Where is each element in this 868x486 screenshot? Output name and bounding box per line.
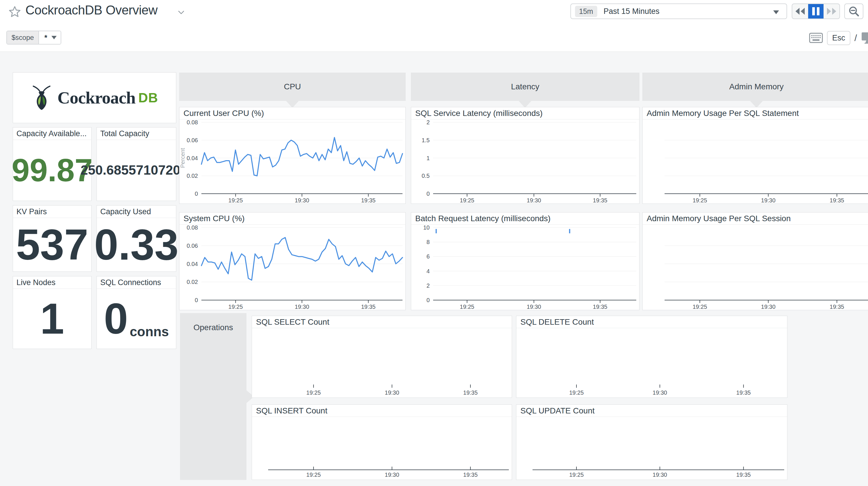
title-chevron-down-icon[interactable] xyxy=(178,9,185,16)
chart-sql-insert-count[interactable]: SQL INSERT Count 19:2519:3019:35 xyxy=(252,404,512,480)
group-header-admin-memory[interactable]: Admin Memory xyxy=(642,73,868,101)
svg-text:2: 2 xyxy=(427,119,430,125)
chart-current-user-cpu[interactable]: Current User CPU (%) 0.080.060.040.02019… xyxy=(179,107,406,204)
svg-text:19:35: 19:35 xyxy=(463,471,477,478)
slash-separator: / xyxy=(855,33,857,44)
svg-text:0: 0 xyxy=(427,191,430,197)
chart-plot: 19:2519:3019:35 xyxy=(516,417,787,480)
template-variable-value: * xyxy=(39,31,60,44)
chart-title: Admin Memory Usage Per SQL Session xyxy=(643,212,868,225)
svg-text:0: 0 xyxy=(195,191,198,197)
svg-text:19:30: 19:30 xyxy=(527,197,541,203)
svg-text:19:35: 19:35 xyxy=(361,197,376,203)
chart-sql-select-count[interactable]: SQL SELECT Count 19:2519:3019:35 xyxy=(252,316,512,398)
svg-text:10: 10 xyxy=(423,225,430,231)
zoom-out-button[interactable] xyxy=(844,3,863,19)
svg-text:19:30: 19:30 xyxy=(385,390,399,396)
chart-plot: 19:2519:3019:35 xyxy=(516,328,787,398)
svg-text:0.08: 0.08 xyxy=(187,119,198,125)
svg-text:0.04: 0.04 xyxy=(187,261,198,267)
svg-text:19:25: 19:25 xyxy=(460,304,474,310)
svg-text:Percent: Percent xyxy=(180,148,186,168)
chart-batch-request-latency[interactable]: Batch Request Latency (milliseconds) 108… xyxy=(411,212,640,310)
svg-text:19:25: 19:25 xyxy=(306,390,321,396)
group-header-cpu[interactable]: CPU xyxy=(179,73,406,101)
chart-plot: 21.510.5019:2519:3019:35 xyxy=(411,119,639,203)
wordmark-db: DB xyxy=(138,90,158,106)
chart-system-cpu[interactable]: System CPU (%) 0.080.060.040.02019:2519:… xyxy=(179,212,406,310)
svg-text:0.04: 0.04 xyxy=(187,155,198,161)
stat-capacity-available[interactable]: Capacity Available... 99.87 xyxy=(13,127,92,201)
pause-button[interactable] xyxy=(808,4,824,19)
chart-admin-memory-per-sql-statement[interactable]: Admin Memory Usage Per SQL Statement 19:… xyxy=(642,107,868,204)
svg-text:19:35: 19:35 xyxy=(593,197,608,203)
favorite-star-icon[interactable] xyxy=(8,5,21,19)
group-header-latency[interactable]: Latency xyxy=(411,73,640,101)
svg-text:19:35: 19:35 xyxy=(361,304,376,310)
template-variable-scope[interactable]: $scope * xyxy=(6,31,61,45)
chart-title: SQL DELETE Count xyxy=(516,316,787,328)
svg-text:19:30: 19:30 xyxy=(295,304,309,310)
svg-text:19:35: 19:35 xyxy=(736,390,751,396)
chart-sql-update-count[interactable]: SQL UPDATE Count 19:2519:3019:35 xyxy=(516,404,787,480)
stat-title: Total Capacity xyxy=(97,127,176,140)
svg-text:4: 4 xyxy=(427,268,430,275)
chart-title: SQL INSERT Count xyxy=(252,405,512,417)
time-backward-button[interactable] xyxy=(792,4,808,19)
stat-title: SQL Connections xyxy=(97,277,176,289)
group-label: Operations xyxy=(180,323,246,332)
svg-text:19:25: 19:25 xyxy=(692,197,707,203)
stat-total-capacity[interactable]: Total Capacity 250.6855710720GB xyxy=(96,127,176,201)
chart-sql-delete-count[interactable]: SQL DELETE Count 19:2519:3019:35 xyxy=(516,316,787,398)
fullscreen-monitor-icon[interactable] xyxy=(861,32,868,44)
svg-text:0.5: 0.5 xyxy=(422,173,430,179)
keyboard-icon xyxy=(809,33,823,43)
stat-sql-connections[interactable]: SQL Connections 0conns xyxy=(96,276,176,349)
chart-title: Batch Request Latency (milliseconds) xyxy=(411,212,639,225)
chart-plot: 19:2519:3019:35 xyxy=(643,225,868,310)
svg-text:1.5: 1.5 xyxy=(422,137,430,143)
chart-plot: 19:2519:3019:35 xyxy=(643,119,868,203)
svg-text:8: 8 xyxy=(427,239,430,245)
shortcut-hints: Esc / xyxy=(809,30,868,46)
svg-text:19:25: 19:25 xyxy=(692,304,707,310)
svg-text:19:25: 19:25 xyxy=(228,197,243,203)
pause-icon xyxy=(812,7,819,15)
svg-text:0: 0 xyxy=(195,297,198,303)
svg-text:0: 0 xyxy=(427,297,430,303)
cockroach-bug-icon xyxy=(31,85,52,110)
svg-text:19:35: 19:35 xyxy=(830,197,844,203)
svg-text:2: 2 xyxy=(427,283,430,289)
magnifier-minus-icon xyxy=(848,5,860,17)
wordmark-cockroach: Cockroach xyxy=(58,88,135,108)
time-forward-button[interactable] xyxy=(824,4,839,19)
template-variable-name: $scope xyxy=(7,31,39,44)
chart-plot: 19:2519:3019:35 xyxy=(252,417,512,480)
svg-text:0.06: 0.06 xyxy=(187,242,198,249)
group-label: CPU xyxy=(284,82,301,91)
stat-kv-pairs[interactable]: KV Pairs 537 xyxy=(13,205,92,272)
stat-value: 0.33 xyxy=(94,225,179,264)
time-range-picker[interactable]: 15m Past 15 Minutes xyxy=(570,3,787,19)
stat-live-nodes[interactable]: Live Nodes 1 xyxy=(13,276,92,349)
stat-unit: conns xyxy=(130,326,169,338)
group-header-operations[interactable]: Operations xyxy=(180,313,246,480)
svg-text:19:35: 19:35 xyxy=(830,304,844,310)
svg-text:19:30: 19:30 xyxy=(653,390,667,396)
chart-admin-memory-per-sql-session[interactable]: Admin Memory Usage Per SQL Session 19:25… xyxy=(642,212,868,310)
stat-capacity-used[interactable]: Capacity Used 0.33 xyxy=(96,205,176,272)
svg-text:19:25: 19:25 xyxy=(569,390,584,396)
stat-title: Capacity Used xyxy=(97,205,176,218)
scope-caret-icon xyxy=(52,36,57,39)
chart-plot: 0.080.060.040.02019:2519:3019:35 xyxy=(180,225,405,310)
chart-sql-service-latency[interactable]: SQL Service Latency (milliseconds) 21.51… xyxy=(411,107,640,204)
chart-plot: 19:2519:3019:35 xyxy=(252,328,512,398)
svg-text:19:35: 19:35 xyxy=(736,471,751,478)
stat-value: 537 xyxy=(16,225,88,264)
chart-title: System CPU (%) xyxy=(180,212,405,225)
svg-text:19:25: 19:25 xyxy=(228,304,243,310)
stat-title: Capacity Available... xyxy=(13,127,91,140)
svg-text:19:35: 19:35 xyxy=(463,390,477,396)
svg-text:19:30: 19:30 xyxy=(761,304,776,310)
chart-title: Admin Memory Usage Per SQL Statement xyxy=(643,107,868,119)
